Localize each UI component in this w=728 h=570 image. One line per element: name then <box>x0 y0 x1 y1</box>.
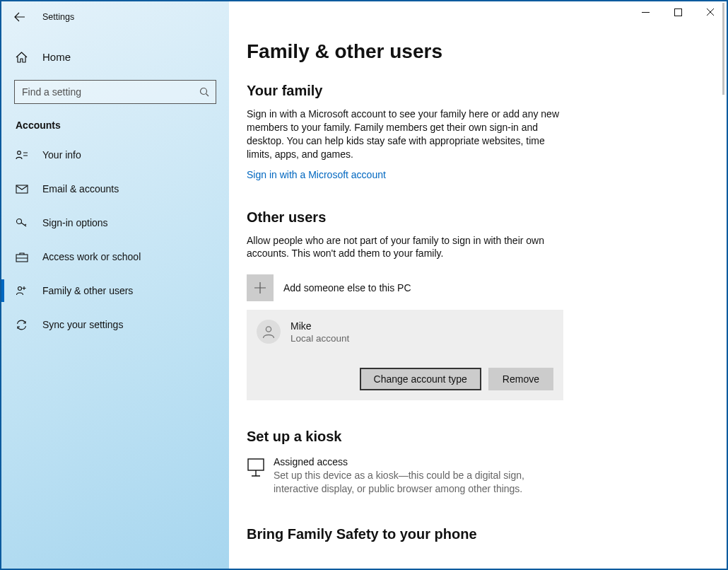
plus-icon <box>247 274 274 301</box>
sidebar-item-signin-options[interactable]: Sign-in options <box>1 206 229 240</box>
signin-microsoft-link[interactable]: Sign in with a Microsoft account <box>247 169 386 180</box>
change-account-type-button[interactable]: Change account type <box>360 368 481 390</box>
sidebar-item-label: Family & other users <box>42 285 133 296</box>
assigned-access-description: Set up this device as a kiosk—this could… <box>274 469 558 494</box>
remove-user-button[interactable]: Remove <box>488 368 553 390</box>
minimize-button[interactable] <box>629 1 662 23</box>
kiosk-heading: Set up a kiosk <box>247 429 712 445</box>
svg-point-7 <box>266 327 271 332</box>
sidebar-item-sync-settings[interactable]: Sync your settings <box>1 308 229 342</box>
sidebar-item-label: Access work or school <box>42 251 141 262</box>
sidebar-item-your-info[interactable]: Your info <box>1 138 229 172</box>
user-name: Mike <box>290 320 349 332</box>
sidebar-item-label: Sign-in options <box>42 217 108 228</box>
main-content: Family & other users Your family Sign in… <box>229 1 727 569</box>
assigned-access-button[interactable]: Assigned access Set up this device as a … <box>247 456 558 494</box>
search-input[interactable] <box>14 80 216 104</box>
settings-sidebar: Settings Home Accounts Your info <box>1 1 229 569</box>
email-icon <box>16 185 31 194</box>
sidebar-item-email-accounts[interactable]: Email & accounts <box>1 172 229 206</box>
assigned-access-title: Assigned access <box>274 456 558 467</box>
sidebar-item-family-other-users[interactable]: Family & other users <box>1 274 229 308</box>
sidebar-item-label: Your info <box>42 149 81 161</box>
add-someone-label: Add someone else to this PC <box>283 282 411 293</box>
briefcase-icon <box>16 252 31 262</box>
user-card[interactable]: Mike Local account Change account type R… <box>247 310 563 400</box>
sidebar-item-label: Sync your settings <box>42 319 123 330</box>
svg-rect-8 <box>248 459 264 470</box>
home-icon <box>16 52 31 63</box>
your-info-icon <box>16 150 31 160</box>
search-icon <box>199 87 209 97</box>
maximize-button[interactable] <box>662 1 694 23</box>
user-avatar-icon <box>257 320 281 344</box>
category-heading: Accounts <box>16 120 229 131</box>
svg-rect-6 <box>674 8 681 16</box>
family-safety-heading: Bring Family Safety to your phone <box>247 526 712 542</box>
svg-point-1 <box>18 151 21 155</box>
svg-point-3 <box>17 219 22 224</box>
key-icon <box>16 218 31 228</box>
svg-point-0 <box>201 88 207 95</box>
sync-icon <box>16 320 31 330</box>
home-label: Home <box>42 51 71 63</box>
scrollbar[interactable] <box>722 3 724 95</box>
sidebar-item-access-work[interactable]: Access work or school <box>1 240 229 274</box>
family-heading: Your family <box>247 83 712 99</box>
sidebar-item-label: Email & accounts <box>42 183 119 194</box>
add-someone-button[interactable]: Add someone else to this PC <box>247 274 712 301</box>
people-icon <box>16 286 31 296</box>
page-title: Family & other users <box>247 40 712 63</box>
other-users-description: Allow people who are not part of your fa… <box>247 234 561 261</box>
user-account-type: Local account <box>290 333 349 344</box>
window-title: Settings <box>42 12 74 22</box>
family-description: Sign in with a Microsoft account to see … <box>247 107 561 161</box>
svg-point-5 <box>18 286 22 290</box>
sidebar-home[interactable]: Home <box>1 44 229 70</box>
kiosk-icon <box>247 456 265 477</box>
back-button[interactable] <box>14 11 27 23</box>
other-users-heading: Other users <box>247 209 712 226</box>
